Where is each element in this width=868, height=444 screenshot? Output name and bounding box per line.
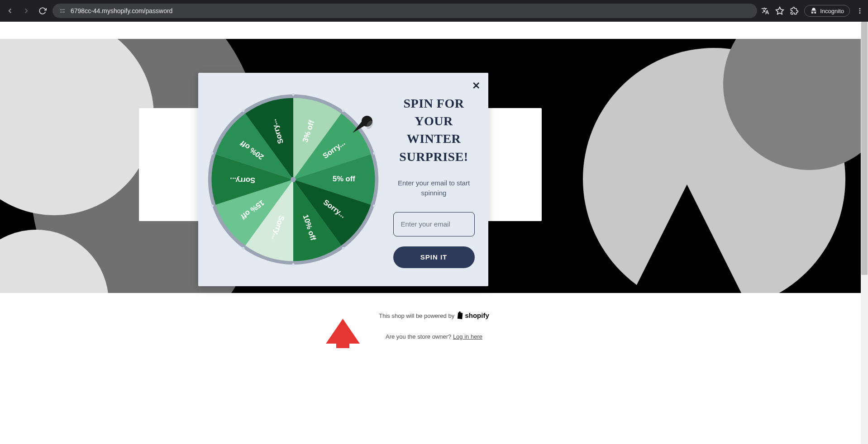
shopify-bag-icon	[456, 311, 463, 321]
svg-rect-1	[62, 9, 65, 10]
svg-point-28	[211, 204, 214, 207]
svg-point-6	[859, 10, 861, 12]
url-text: 6798cc-44.myshopify.com/password	[71, 7, 172, 14]
modal-title: SPIN FOR YOUR WINTER SURPRISE!	[390, 94, 477, 165]
svg-point-29	[211, 152, 214, 155]
login-link[interactable]: Log in here	[453, 333, 482, 340]
back-button[interactable]	[4, 5, 16, 17]
svg-point-24	[373, 204, 376, 207]
svg-point-25	[342, 247, 345, 250]
bookmark-icon[interactable]	[775, 6, 784, 15]
scrollbar-thumb[interactable]	[861, 22, 868, 275]
svg-point-26	[292, 263, 295, 266]
close-icon: ✕	[472, 80, 480, 91]
chrome-menu-icon[interactable]	[855, 6, 864, 15]
svg-text:5% off: 5% off	[333, 175, 355, 183]
footer-prefix: This shop will be powered by	[379, 312, 456, 319]
svg-point-21	[292, 93, 295, 96]
svg-point-0	[60, 9, 62, 10]
email-input[interactable]	[393, 212, 475, 236]
forward-button[interactable]	[20, 5, 33, 17]
spin-button[interactable]: SPIN IT	[393, 246, 475, 268]
translate-icon[interactable]	[761, 6, 770, 15]
address-bar[interactable]: 6798cc-44.myshopify.com/password	[52, 4, 757, 18]
svg-rect-3	[60, 12, 63, 12]
svg-point-30	[242, 109, 244, 112]
svg-marker-4	[776, 7, 784, 14]
svg-point-23	[373, 152, 376, 155]
page-content: Powered by omnisend This shop will be po…	[0, 22, 868, 348]
wheel-container: 3% offSorry...5% offSorry...10% offSorry…	[198, 73, 388, 286]
footer-powered: This shop will be powered by shopify	[0, 293, 868, 325]
owner-question: Are you the store owner?	[386, 333, 453, 340]
site-settings-icon[interactable]	[59, 7, 66, 14]
wheel-pointer-icon	[352, 115, 373, 137]
browser-toolbar: 6798cc-44.myshopify.com/password Incogni…	[0, 0, 868, 22]
incognito-badge[interactable]: Incognito	[804, 5, 850, 17]
svg-point-7	[859, 12, 861, 14]
extensions-icon[interactable]	[790, 6, 799, 15]
svg-text:Sorry...: Sorry...	[230, 176, 255, 184]
svg-point-27	[242, 247, 244, 250]
svg-point-5	[859, 8, 861, 9]
svg-point-22	[342, 109, 345, 112]
spin-form: SPIN FOR YOUR WINTER SURPRISE! Enter you…	[388, 73, 488, 286]
reload-button[interactable]	[36, 5, 49, 17]
bg-shape	[624, 184, 750, 293]
store-owner-row: Are you the store owner? Log in here	[0, 325, 868, 348]
close-button[interactable]: ✕	[472, 80, 480, 92]
modal-subtitle: Enter your email to start spinning	[390, 178, 477, 198]
toolbar-right: Incognito	[761, 5, 864, 17]
svg-point-31	[291, 177, 296, 182]
scrollbar-track[interactable]	[861, 22, 868, 348]
shopify-label: shopify	[465, 312, 489, 319]
spin-wheel-modal: ✕ 3% offSorry...5% offSorry...10% offSor…	[198, 73, 488, 286]
incognito-label: Incognito	[820, 8, 844, 14]
top-strip	[0, 22, 868, 39]
svg-point-2	[63, 11, 65, 13]
